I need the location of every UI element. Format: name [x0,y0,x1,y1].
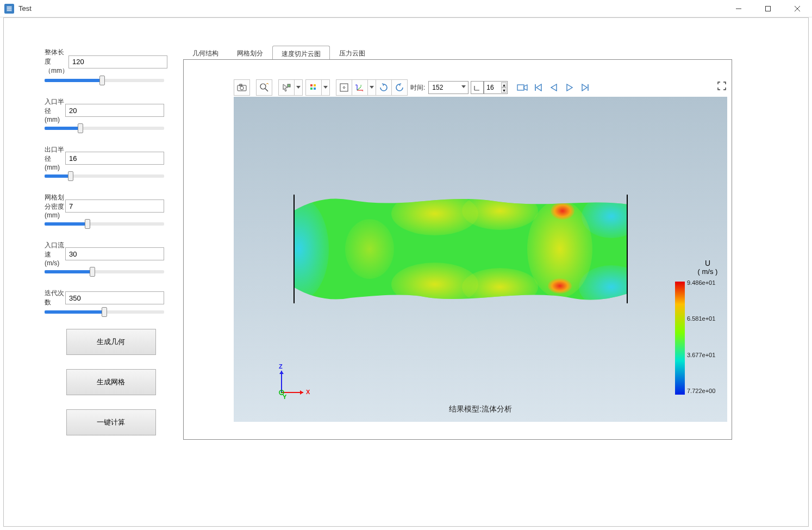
param-input[interactable] [65,104,164,117]
svg-rect-12 [314,84,316,86]
viewport-toolbar: xzy 时间: 152 16 ▲▼ [234,79,593,96]
svg-text:y: y [360,84,362,87]
colormap-dropdown[interactable] [305,79,329,96]
param-input[interactable] [65,291,164,304]
calculate-button[interactable]: 一键计算 [66,409,156,435]
param-mesh-density: 网格划分密度(mm) [45,193,164,226]
param-iterations: 迭代次数 [45,289,164,314]
param-outlet-radius: 出口半径(mm) [45,145,164,178]
svg-rect-14 [314,88,316,90]
slider[interactable] [45,310,164,314]
legend-tick: 7.722e+00 [687,388,715,394]
render-area[interactable]: X Z Y U ( m/s ) 9 [234,97,727,422]
legend-bar [675,282,685,395]
svg-line-9 [265,89,268,91]
svg-rect-15 [340,84,348,91]
generate-geometry-button[interactable]: 生成几何 [66,329,156,355]
button-column: 生成几何 生成网格 一键计算 [45,329,164,435]
legend-tick: 6.581e+01 [687,315,715,322]
svg-point-36 [548,278,572,294]
last-frame-icon[interactable] [577,79,594,96]
param-label: 迭代次数 [45,289,65,307]
window-title: Test [18,4,32,13]
legend-title: U [675,259,740,267]
legend-tick: 3.677e+01 [687,352,715,358]
zoom-icon[interactable] [256,79,272,96]
contour-plot [293,195,628,303]
expand-icon[interactable] [716,80,727,91]
param-input[interactable] [65,152,164,165]
axis-x-label: X [306,389,310,395]
svg-point-8 [260,84,266,89]
legend-tick: 9.486e+01 [687,279,715,286]
generate-mesh-button[interactable]: 生成网格 [66,369,156,395]
close-button[interactable] [783,0,812,17]
svg-point-6 [240,86,243,90]
video-camera-icon[interactable] [514,79,530,96]
param-label: 出口半径(mm) [45,145,65,171]
angle-icon[interactable] [471,81,484,94]
param-inlet-radius: 入口半径(mm) [45,97,164,130]
maximize-button[interactable] [753,0,783,17]
parameter-panel: 整体长度（mm） 入口半径(mm) 出口半径(mm) 网格划分密度(mm) [45,48,164,450]
title-bar: Test [0,0,812,17]
param-input[interactable] [68,55,167,68]
svg-point-34 [345,219,394,279]
svg-point-35 [551,202,574,220]
param-label: 整体长度（mm） [45,48,68,76]
time-value: 152 [432,84,443,91]
param-overall-length: 整体长度（mm） [45,48,164,82]
axis-y-label: Y [283,394,287,400]
camera-icon[interactable] [234,79,250,96]
svg-text:x: x [362,89,364,92]
color-legend: U ( m/s ) 9.486e+01 6.581e+01 3.677e+01 … [675,259,740,278]
param-inlet-velocity: 入口流速(m/s) [45,241,164,273]
viewport: xzy 时间: 152 16 ▲▼ [183,59,732,440]
view-axis-dropdown[interactable]: xzy [352,79,376,96]
svg-rect-11 [310,84,313,86]
param-input[interactable] [65,247,164,260]
param-label: 入口流速(m/s) [45,241,65,267]
svg-rect-13 [310,88,313,90]
app-icon [4,4,14,14]
frame-spinbox[interactable]: 16 ▲▼ [484,81,508,94]
param-label: 网格划分密度(mm) [45,193,65,219]
fit-view-icon[interactable] [336,79,352,96]
svg-rect-10 [288,84,290,87]
svg-rect-2 [766,6,771,11]
rotate-ccw-icon[interactable] [391,79,408,96]
slider[interactable] [45,222,164,226]
param-label: 入口半径(mm) [45,97,65,123]
slider[interactable] [45,174,164,178]
play-icon[interactable] [561,79,578,96]
legend-unit: ( m/s ) [675,267,740,276]
spin-up[interactable]: ▲ [501,82,507,88]
param-input[interactable] [65,199,164,213]
window-controls [724,0,812,17]
frame-value: 16 [486,84,494,91]
rotate-cw-icon[interactable] [376,79,392,96]
time-label: 时间: [407,83,428,92]
svg-rect-41 [675,282,685,395]
selection-dropdown[interactable] [278,79,302,96]
slider[interactable] [45,127,164,130]
result-caption: 结果模型:流体分析 [234,404,727,414]
main-frame: 整体长度（mm） 入口半径(mm) 出口半径(mm) 网格划分密度(mm) [3,17,809,527]
minimize-button[interactable] [724,0,753,17]
slider[interactable] [45,270,164,273]
axis-z-label: Z [279,364,283,370]
time-select[interactable]: 152 [428,81,469,94]
prev-frame-icon[interactable] [546,79,562,96]
spin-down[interactable]: ▼ [501,88,507,93]
svg-rect-22 [517,85,524,90]
svg-line-18 [357,87,361,90]
axis-triad: X Z Y [275,364,308,397]
slider[interactable] [45,79,164,82]
first-frame-icon[interactable] [530,79,546,96]
